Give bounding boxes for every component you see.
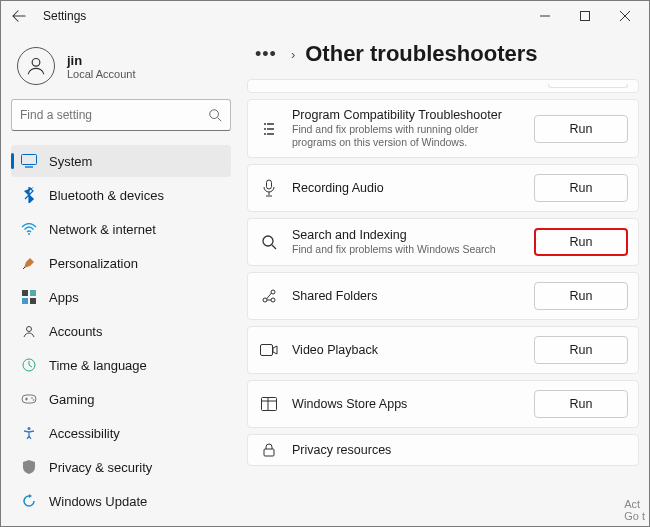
store-icon <box>258 397 280 411</box>
nav-label: System <box>49 154 92 169</box>
nav-label: Accounts <box>49 324 102 339</box>
breadcrumb: ••• › Other troubleshooters <box>247 37 639 79</box>
card-shared-folders[interactable]: Shared Folders Run <box>247 272 639 320</box>
card-title: Program Compatibility Troubleshooter <box>292 108 522 122</box>
card-privacy-resources[interactable]: Privacy resources <box>247 434 639 466</box>
lock-icon <box>258 443 280 457</box>
minimize-button[interactable] <box>525 2 565 30</box>
svg-rect-5 <box>22 155 37 165</box>
svg-rect-1 <box>581 12 590 21</box>
svg-point-19 <box>263 236 273 246</box>
sidebar-item-update[interactable]: Windows Update <box>11 485 231 517</box>
back-button[interactable] <box>7 4 31 28</box>
shield-icon <box>21 459 37 475</box>
activation-watermark: Act Go t <box>624 498 645 522</box>
avatar <box>17 47 55 85</box>
search-icon <box>208 108 222 122</box>
nav-label: Personalization <box>49 256 138 271</box>
user-name: jin <box>67 53 136 68</box>
user-panel[interactable]: jin Local Account <box>11 41 231 99</box>
gaming-icon <box>21 391 37 407</box>
back-arrow-icon <box>12 9 26 23</box>
card-title: Recording Audio <box>292 181 522 195</box>
maximize-button[interactable] <box>565 2 605 30</box>
run-button[interactable]: Run <box>534 174 628 202</box>
search-field[interactable] <box>20 108 208 122</box>
list-icon <box>258 121 280 137</box>
nav-label: Apps <box>49 290 79 305</box>
search-icon <box>258 234 280 250</box>
main-panel: ••• › Other troubleshooters Program Comp… <box>241 31 649 526</box>
page-title: Other troubleshooters <box>305 41 537 67</box>
paint-icon <box>21 255 37 271</box>
minimize-icon <box>540 11 550 21</box>
accessibility-icon <box>21 425 37 441</box>
svg-line-4 <box>218 118 222 122</box>
svg-rect-10 <box>22 298 28 304</box>
run-button[interactable]: Run <box>534 390 628 418</box>
card-desc: Find and fix problems with Windows Searc… <box>292 243 522 256</box>
svg-point-23 <box>271 298 275 302</box>
svg-rect-18 <box>267 180 272 189</box>
sidebar-item-accessibility[interactable]: Accessibility <box>11 417 231 449</box>
nav-label: Accessibility <box>49 426 120 441</box>
card-program-compat[interactable]: Program Compatibility Troubleshooter Fin… <box>247 99 639 158</box>
card-search-indexing[interactable]: Search and Indexing Find and fix problem… <box>247 218 639 266</box>
run-button[interactable]: Run <box>534 282 628 310</box>
card-title: Shared Folders <box>292 289 522 303</box>
mic-icon <box>258 179 280 197</box>
sidebar-item-bluetooth[interactable]: Bluetooth & devices <box>11 179 231 211</box>
card-stub-top <box>247 79 639 93</box>
sidebar-item-privacy[interactable]: Privacy & security <box>11 451 231 483</box>
search-input[interactable] <box>11 99 231 131</box>
sidebar: jin Local Account System Bluetooth & dev… <box>1 31 241 526</box>
nav-label: Windows Update <box>49 494 147 509</box>
user-icon <box>25 55 47 77</box>
sidebar-item-personalization[interactable]: Personalization <box>11 247 231 279</box>
svg-line-20 <box>272 245 276 249</box>
user-type: Local Account <box>67 68 136 80</box>
run-button[interactable]: Run <box>534 115 628 143</box>
card-video-playback[interactable]: Video Playback Run <box>247 326 639 374</box>
card-desc: Find and fix problems with running older… <box>292 123 522 149</box>
maximize-icon <box>580 11 590 21</box>
sidebar-item-accounts[interactable]: Accounts <box>11 315 231 347</box>
share-icon <box>258 288 280 304</box>
nav-list: System Bluetooth & devices Network & int… <box>11 145 231 517</box>
run-button-highlighted[interactable]: Run <box>534 228 628 256</box>
svg-rect-24 <box>261 345 273 356</box>
svg-point-3 <box>210 110 219 119</box>
accounts-icon <box>21 323 37 339</box>
breadcrumb-more[interactable]: ••• <box>251 44 281 65</box>
sidebar-item-gaming[interactable]: Gaming <box>11 383 231 415</box>
svg-point-7 <box>28 233 30 235</box>
update-icon <box>21 493 37 509</box>
svg-point-2 <box>32 58 40 66</box>
svg-point-16 <box>33 399 35 401</box>
run-button[interactable]: Run <box>534 336 628 364</box>
close-button[interactable] <box>605 2 645 30</box>
sidebar-item-apps[interactable]: Apps <box>11 281 231 313</box>
card-title: Search and Indexing <box>292 228 522 242</box>
svg-rect-28 <box>264 449 274 456</box>
card-store-apps[interactable]: Windows Store Apps Run <box>247 380 639 428</box>
chevron-right-icon: › <box>291 47 295 62</box>
nav-label: Network & internet <box>49 222 156 237</box>
nav-label: Gaming <box>49 392 95 407</box>
card-recording-audio[interactable]: Recording Audio Run <box>247 164 639 212</box>
sidebar-item-network[interactable]: Network & internet <box>11 213 231 245</box>
svg-point-12 <box>27 327 32 332</box>
nav-label: Bluetooth & devices <box>49 188 164 203</box>
card-title: Privacy resources <box>292 443 628 457</box>
apps-icon <box>21 289 37 305</box>
sidebar-item-time[interactable]: Time & language <box>11 349 231 381</box>
close-icon <box>620 11 630 21</box>
nav-label: Time & language <box>49 358 147 373</box>
svg-rect-14 <box>22 395 36 403</box>
svg-rect-11 <box>30 298 36 304</box>
svg-point-15 <box>31 397 33 399</box>
title-bar: Settings <box>1 1 649 31</box>
clock-icon <box>21 357 37 373</box>
sidebar-item-system[interactable]: System <box>11 145 231 177</box>
card-title: Windows Store Apps <box>292 397 522 411</box>
